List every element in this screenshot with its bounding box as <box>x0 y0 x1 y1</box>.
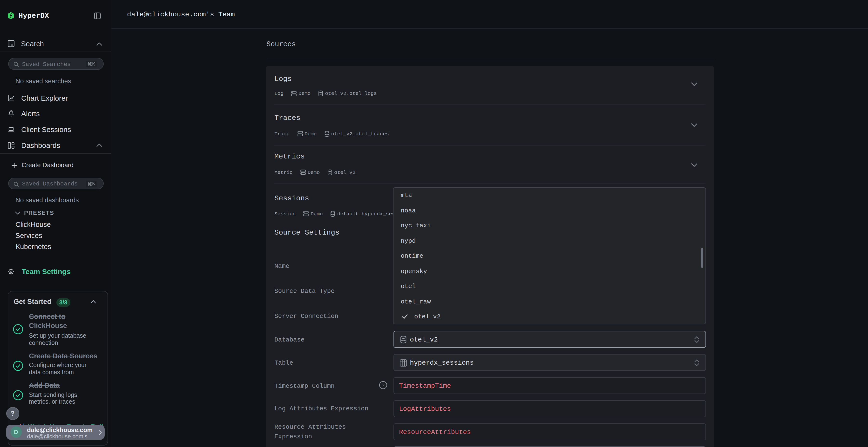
svg-text:?: ? <box>382 383 385 388</box>
